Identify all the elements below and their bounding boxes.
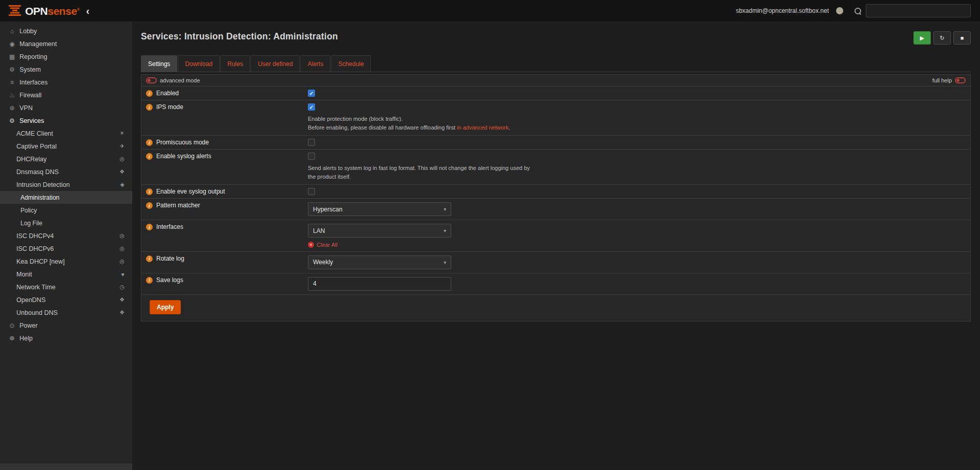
- sidebar-item-management[interactable]: ◉Management: [0, 37, 132, 50]
- form-row-pattern-matcher: iPattern matcherHyperscan▾: [141, 199, 970, 220]
- info-icon[interactable]: i: [146, 139, 153, 146]
- sidebar-item-system[interactable]: ⚙System: [0, 63, 132, 76]
- refresh-button[interactable]: ↻: [933, 31, 951, 45]
- sidebar-item-acme-client[interactable]: ACME Client☀: [0, 127, 132, 140]
- sidebar-item-administration[interactable]: Administration: [0, 191, 132, 204]
- info-icon[interactable]: i: [146, 277, 153, 284]
- sidebar-item-network-time[interactable]: Network Time◷: [0, 281, 132, 293]
- field-label: iEnabled: [141, 87, 308, 100]
- form-row-save-logs: iSave logs: [141, 273, 970, 295]
- sidebar-item-intrusion-detection[interactable]: Intrusion Detection◈: [0, 178, 132, 191]
- field-label-text: Rotate log: [156, 255, 184, 262]
- info-icon[interactable]: i: [146, 255, 153, 262]
- opnsense-logo-icon: [8, 5, 22, 17]
- info-icon[interactable]: i: [146, 153, 153, 160]
- stop-button[interactable]: ■: [953, 31, 971, 45]
- sidebar-item-lobby[interactable]: ⌂Lobby: [0, 25, 132, 37]
- apply-button[interactable]: Apply: [150, 300, 181, 314]
- promiscuous-mode-checkbox[interactable]: [308, 139, 315, 146]
- sidebar-item-power[interactable]: ⊙Power: [0, 319, 132, 332]
- help-text: Enable protection mode (block traffic).: [308, 116, 403, 122]
- info-icon[interactable]: i: [146, 188, 153, 195]
- network-time-clock-icon: ◷: [119, 284, 124, 290]
- sidebar-item-label: ISC DHCPv4: [16, 232, 54, 240]
- avatar[interactable]: [836, 7, 843, 14]
- field-control: [308, 185, 970, 198]
- tab-user-defined[interactable]: User defined: [251, 55, 300, 72]
- info-icon[interactable]: i: [146, 224, 153, 230]
- chevron-down-icon: ▾: [444, 260, 446, 265]
- sidebar-item-vpn[interactable]: ⊛VPN: [0, 101, 132, 114]
- pattern-matcher-select[interactable]: Hyperscan▾: [308, 202, 451, 216]
- sidebar-item-kea-dhcp-new[interactable]: Kea DHCP [new]◎: [0, 255, 132, 268]
- sidebar-item-label: Management: [19, 40, 57, 48]
- apply-row: Apply: [141, 295, 970, 321]
- start-icon: ▶: [920, 35, 924, 41]
- sidebar-item-help[interactable]: ☸Help: [0, 332, 132, 345]
- options-bar: advanced mode full help: [141, 74, 971, 87]
- info-icon[interactable]: i: [146, 104, 153, 111]
- sidebar-item-firewall[interactable]: ♨Firewall: [0, 89, 132, 101]
- search-input[interactable]: [866, 4, 971, 17]
- sidebar-item-label: Lobby: [19, 28, 37, 35]
- isc-dhcpv6-icon: ◎: [119, 245, 124, 252]
- sidebar-item-isc-dhcpv4[interactable]: ISC DHCPv4◎: [0, 229, 132, 242]
- tab-settings[interactable]: Settings: [141, 55, 177, 72]
- sidebar-item-opendns[interactable]: OpenDNS❖: [0, 293, 132, 306]
- sidebar-item-label: ACME Client: [16, 130, 53, 137]
- kea-dhcp-icon: ◎: [119, 258, 124, 265]
- sidebar-item-dnsmasq-dns[interactable]: Dnsmasq DNS❖: [0, 165, 132, 178]
- field-label-text: Enabled: [156, 90, 179, 97]
- search-icon[interactable]: [854, 8, 861, 14]
- info-icon[interactable]: i: [146, 202, 153, 209]
- full-help-toggle-icon[interactable]: [955, 77, 966, 83]
- sidebar-item-monit[interactable]: Monit♥: [0, 268, 132, 281]
- interfaces-select[interactable]: LAN▾: [308, 224, 451, 238]
- sidebar-item-log-file[interactable]: Log File: [0, 217, 132, 229]
- field-control: ✓: [308, 87, 970, 100]
- sidebar-item-unbound-dns[interactable]: Unbound DNS❖: [0, 306, 132, 319]
- form-row-rotate-log: iRotate logWeekly▾: [141, 252, 970, 273]
- topbar-right: sbxadmin@opncentral.softbox.net: [736, 4, 980, 17]
- field-control: [308, 136, 970, 149]
- sidebar-item-label: Power: [19, 322, 37, 329]
- tab-rules[interactable]: Rules: [220, 55, 251, 72]
- sidebar-item-label: Monit: [16, 271, 32, 278]
- brand-registered-mark: ®: [77, 7, 79, 12]
- field-control: [308, 273, 970, 294]
- sidebar-item-label: VPN: [19, 104, 33, 112]
- enable-eve-syslog-output-checkbox[interactable]: [308, 188, 315, 195]
- sidebar-item-dhcrelay[interactable]: DHCRelay◎: [0, 153, 132, 165]
- sidebar-item-services[interactable]: ⚙Services: [0, 114, 132, 127]
- isc-dhcpv4-icon: ◎: [119, 232, 124, 239]
- tab-download[interactable]: Download: [178, 55, 219, 72]
- sidebar-item-isc-dhcpv6[interactable]: ISC DHCPv6◎: [0, 242, 132, 255]
- enabled-checkbox[interactable]: ✓: [308, 90, 315, 97]
- enable-syslog-alerts-checkbox[interactable]: [308, 153, 315, 160]
- user-menu[interactable]: sbxadmin@opncentral.softbox.net: [736, 7, 829, 14]
- help-link[interactable]: in advanced network: [457, 124, 509, 131]
- rotate-log-select[interactable]: Weekly▾: [308, 255, 451, 269]
- field-help-text: Enable protection mode (block traffic).: [308, 115, 532, 123]
- advanced-mode-toggle-icon[interactable]: [146, 77, 157, 83]
- brand[interactable]: OPNsense®: [0, 5, 80, 17]
- sidebar: ⌂Lobby◉Management▦Reporting⚙System≡Inter…: [0, 22, 132, 470]
- info-icon[interactable]: i: [146, 90, 153, 97]
- sidebar-item-reporting[interactable]: ▦Reporting: [0, 50, 132, 63]
- sidebar-item-label: Dnsmasq DNS: [16, 168, 59, 176]
- sidebar-item-label: Reporting: [19, 53, 47, 60]
- sidebar-item-policy[interactable]: Policy: [0, 204, 132, 217]
- clear-all-button[interactable]: ×Clear All: [308, 242, 338, 248]
- sidebar-collapse-icon[interactable]: ‹: [86, 6, 90, 16]
- reporting-icon: ▦: [7, 53, 17, 60]
- help-icon: ☸: [7, 335, 17, 342]
- tab-alerts[interactable]: Alerts: [300, 55, 330, 72]
- sidebar-item-interfaces[interactable]: ≡Interfaces: [0, 76, 132, 89]
- sidebar-item-captive-portal[interactable]: Captive Portal✈: [0, 140, 132, 153]
- field-control: Hyperscan▾: [308, 199, 970, 220]
- sidebar-footer: [0, 463, 132, 470]
- save-logs-input[interactable]: [308, 277, 451, 291]
- start-button[interactable]: ▶: [913, 31, 931, 45]
- tab-schedule[interactable]: Schedule: [331, 55, 371, 72]
- ips-mode-checkbox[interactable]: ✓: [308, 103, 315, 111]
